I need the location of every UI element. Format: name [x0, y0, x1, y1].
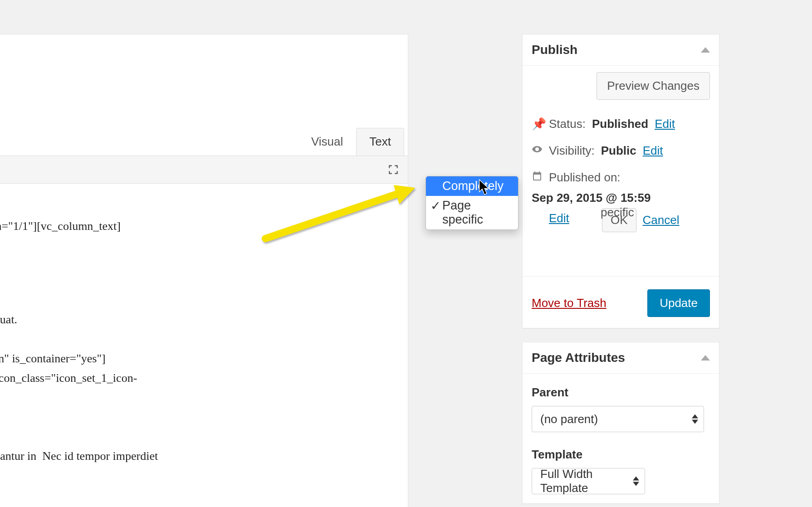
- permalink-row: 38/CityTours/CityTours1/about-us/ Edit: [0, 60, 408, 87]
- publish-actions: Move to Trash Update: [523, 276, 719, 328]
- publish-header[interactable]: Publish: [523, 34, 719, 66]
- page-attributes-metabox: Page Attributes Parent (no parent) Templ…: [522, 342, 719, 504]
- parent-select-value: (no parent): [540, 412, 598, 426]
- visibility-value: Public: [601, 144, 636, 158]
- parent-select[interactable]: (no parent): [532, 406, 704, 432]
- page-attributes-title: Page Attributes: [532, 351, 625, 365]
- collapse-icon[interactable]: [701, 355, 710, 361]
- visibility-row: Visibility: Public Edit: [532, 137, 710, 164]
- publish-metabox: Publish Preview Changes 📌 Status: Publis…: [522, 34, 719, 328]
- title-input-area[interactable]: [0, 34, 408, 60]
- content-line: et vix erat audiam ei Cum doctus civibus…: [0, 449, 158, 463]
- visibility-label: Visibility:: [549, 144, 595, 158]
- move-to-trash-link[interactable]: Move to Trash: [532, 296, 607, 310]
- status-label: Status:: [549, 117, 586, 131]
- content-line: ffset="vc_col-md-6"][icon_box style="sty…: [0, 371, 137, 385]
- editor-mode-tabs: Visual Text: [0, 87, 408, 156]
- page-attributes-header[interactable]: Page Attributes: [523, 342, 719, 374]
- select-arrows-icon: [692, 414, 698, 424]
- fullscreen-icon[interactable]: [384, 161, 402, 179]
- cache-option-row: pecific OK Cancel: [523, 208, 719, 232]
- editor-panel: 38/CityTours/CityTours1/about-us/ Edit V…: [0, 34, 408, 507]
- sidebar: Publish Preview Changes 📌 Status: Publis…: [522, 34, 719, 504]
- publish-title: Publish: [532, 43, 577, 57]
- content-heading: sons: [0, 247, 399, 280]
- update-button[interactable]: Update: [647, 289, 710, 317]
- cancel-link[interactable]: Cancel: [643, 213, 680, 227]
- content-line: blumn][/vc_row][vc_row el_class=" wow fa…: [0, 352, 106, 365]
- status-row: 📌 Status: Published Edit: [532, 111, 710, 137]
- template-label: Template: [532, 442, 710, 468]
- editor-content[interactable]: s" el_class="margin_top_60"][vc_column w…: [0, 184, 408, 507]
- tab-visual[interactable]: Visual: [298, 128, 356, 156]
- template-select[interactable]: Full Width Template: [532, 468, 645, 494]
- calendar-icon: [532, 171, 543, 185]
- preview-changes-button[interactable]: Preview Changes: [597, 72, 710, 100]
- status-value: Published: [592, 117, 648, 131]
- template-select-value: Full Width Template: [540, 467, 626, 495]
- dropdown-option-page-specific[interactable]: Page specific: [426, 196, 518, 229]
- editor-toolbar: [0, 156, 408, 184]
- pin-icon: 📌: [532, 117, 543, 131]
- edit-visibility-link[interactable]: Edit: [643, 144, 663, 158]
- edit-status-link[interactable]: Edit: [655, 117, 675, 131]
- content-line: s" el_class="margin_top_60"][vc_column w…: [0, 219, 121, 233]
- parent-label: Parent: [532, 380, 710, 406]
- cache-dropdown-menu[interactable]: Completely Page specific: [426, 176, 519, 230]
- select-arrows-icon: [633, 477, 639, 486]
- dropdown-option-completely[interactable]: Completely: [426, 176, 518, 196]
- eye-icon: [532, 144, 543, 158]
- published-value: Sep 29, 2015 @ 15:59: [532, 191, 651, 205]
- collapse-icon[interactable]: [701, 47, 710, 53]
- content-line: posuere laoreet vitae sed arcu. Curabitu…: [0, 313, 17, 326]
- tab-text[interactable]: Text: [356, 128, 404, 156]
- cache-select-partial-text: pecific: [601, 205, 634, 219]
- published-label: Published on:: [549, 171, 621, 185]
